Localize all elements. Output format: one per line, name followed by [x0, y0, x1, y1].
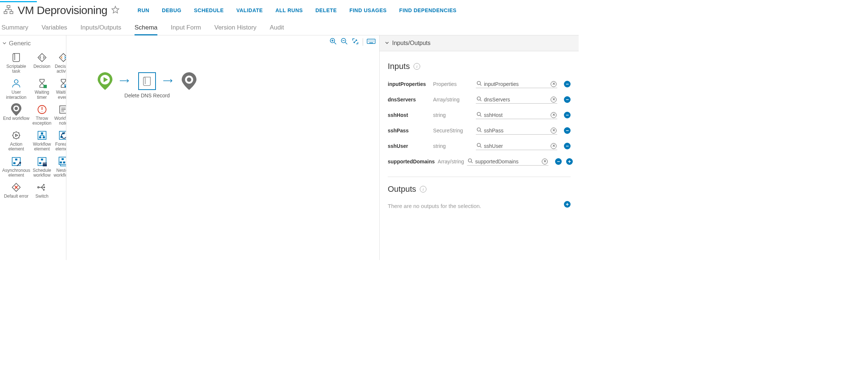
remove-input-button[interactable]: − [564, 112, 571, 118]
fit-screen-icon[interactable] [352, 38, 359, 46]
decision-activity-icon [57, 52, 66, 63]
workflow-canvas[interactable]: Delete DNS Record [98, 72, 196, 90]
info-icon[interactable]: i [420, 186, 426, 192]
tab-variables[interactable]: Variables [42, 24, 67, 35]
arrow-icon [120, 78, 131, 84]
palette-section-toggle[interactable]: Generic [1, 38, 65, 51]
palette-item-waiting-event[interactable]: Waiting event [53, 77, 66, 100]
palette-item-default-error[interactable]: Default error [1, 181, 31, 200]
input-value-input[interactable] [475, 159, 540, 164]
node-label: Delete DNS Record [125, 93, 170, 98]
palette-section-label: Generic [9, 40, 31, 47]
tab-summary[interactable]: Summary [1, 24, 28, 35]
action-run[interactable]: RUN [137, 7, 149, 13]
remove-input-button[interactable]: − [564, 127, 571, 134]
input-row: sshUserstring✕− [388, 138, 571, 154]
zoom-out-icon[interactable] [341, 38, 348, 46]
palette-item-foreach-element[interactable]: Foreach element [53, 129, 66, 152]
chevron-down-icon [385, 40, 389, 46]
add-input-button[interactable]: + [566, 158, 573, 165]
end-node[interactable] [182, 72, 196, 90]
search-icon [477, 112, 482, 118]
input-value-input[interactable] [484, 128, 548, 133]
keyboard-icon[interactable] [367, 38, 376, 46]
svg-point-36 [187, 77, 191, 82]
palette-item-action-element[interactable]: Action element [1, 129, 31, 152]
input-name: sshHost [388, 112, 430, 118]
input-value-field[interactable]: ✕ [476, 96, 557, 104]
action-all-runs[interactable]: ALL RUNS [275, 7, 303, 13]
palette-item-label: Asynchronous element [2, 168, 30, 178]
input-name: inputProperties [388, 81, 430, 87]
zoom-in-icon[interactable] [330, 38, 337, 46]
input-value-field[interactable]: ✕ [476, 80, 557, 88]
palette-item-decision[interactable]: Decision [32, 51, 52, 74]
input-value-field[interactable]: ✕ [476, 142, 557, 150]
clear-icon[interactable]: ✕ [551, 97, 557, 103]
palette-item-label: Switch [35, 194, 48, 199]
palette-item-decision-activity[interactable]: Decision activity [53, 51, 66, 74]
script-task-node[interactable]: Delete DNS Record [138, 72, 156, 90]
palette-item-script[interactable]: Scriptable task [1, 51, 31, 74]
workflow-icon [3, 5, 14, 16]
palette-item-label: Schedule workflow [32, 168, 51, 178]
input-type: string [433, 143, 473, 149]
input-value-input[interactable] [484, 143, 548, 149]
tab-version-history[interactable]: Version History [215, 24, 257, 35]
action-delete[interactable]: DELETE [316, 7, 337, 13]
input-name: supportedDomains [388, 159, 435, 164]
action-find-dependencies[interactable]: FIND DEPENDENCIES [399, 7, 457, 13]
palette-item-label: Decision activity [53, 64, 66, 74]
palette-item-end-workflow[interactable]: End workflow [1, 103, 31, 126]
palette-item-user[interactable]: User interaction [1, 77, 31, 100]
favorite-star-icon[interactable] [111, 6, 120, 15]
input-row: dnsServersArray/string✕− [388, 92, 571, 107]
start-node[interactable] [98, 72, 112, 90]
tab-input-form[interactable]: Input Form [171, 24, 201, 35]
panel-header-toggle[interactable]: Inputs/Outputs [380, 35, 579, 51]
palette-item-async-element[interactable]: Asynchronous element [1, 155, 31, 178]
input-value-field[interactable]: ✕ [476, 111, 557, 119]
input-value-input[interactable] [484, 112, 548, 118]
palette-item-label: Workflow note [53, 116, 66, 126]
remove-input-button[interactable]: − [564, 143, 571, 149]
clear-icon[interactable]: ✕ [551, 143, 557, 149]
palette-item-note[interactable]: Workflow note [53, 103, 66, 126]
tab-audit[interactable]: Audit [270, 24, 284, 35]
input-value-input[interactable] [484, 97, 548, 103]
svg-point-42 [468, 159, 472, 162]
palette-item-exception[interactable]: Throw exception [32, 103, 52, 126]
waiting-timer-icon [36, 77, 48, 89]
remove-input-button[interactable]: − [564, 81, 571, 87]
input-value-field[interactable]: ✕ [467, 157, 548, 166]
clear-icon[interactable]: ✕ [542, 159, 548, 164]
palette-item-switch[interactable]: Switch [32, 181, 52, 200]
palette-item-workflow-element[interactable]: Workflow element [32, 129, 52, 152]
action-schedule[interactable]: SCHEDULE [194, 7, 224, 13]
action-validate[interactable]: VALIDATE [236, 7, 263, 13]
input-name: sshUser [388, 143, 430, 149]
clear-icon[interactable]: ✕ [551, 128, 557, 133]
input-value-field[interactable]: ✕ [476, 126, 557, 135]
info-icon[interactable]: i [414, 63, 420, 70]
tab-inputs-outputs[interactable]: Inputs/Outputs [80, 24, 121, 35]
palette-item-label: Nested workflows [53, 168, 66, 178]
palette-item-label: Foreach element [53, 142, 66, 152]
remove-input-button[interactable]: − [555, 158, 562, 165]
palette-item-waiting-timer[interactable]: Waiting timer [32, 77, 52, 100]
palette-item-schedule-workflow[interactable]: Schedule workflow [32, 155, 52, 178]
switch-icon [36, 181, 48, 193]
action-find-usages[interactable]: FIND USAGES [349, 7, 387, 13]
tab-schema[interactable]: Schema [135, 24, 157, 35]
svg-rect-28 [60, 162, 62, 163]
palette-item-nested-workflows[interactable]: Nested workflows [53, 155, 66, 178]
action-debug[interactable]: DEBUG [162, 7, 181, 13]
clear-icon[interactable]: ✕ [551, 81, 557, 87]
input-value-input[interactable] [484, 81, 548, 87]
clear-icon[interactable]: ✕ [551, 112, 557, 118]
add-output-button[interactable]: + [564, 201, 571, 208]
end-workflow-icon [10, 104, 22, 115]
remove-input-button[interactable]: − [564, 96, 571, 103]
arrow-icon [163, 78, 174, 84]
input-row: inputPropertiesProperties✕− [388, 76, 571, 92]
